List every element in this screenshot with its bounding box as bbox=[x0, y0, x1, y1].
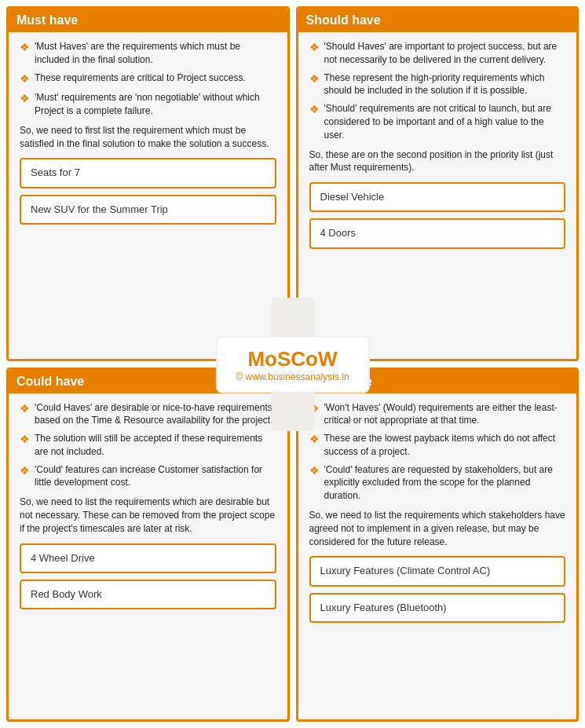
could-bullet-3-text: 'Could' features can increase Customer s… bbox=[35, 463, 276, 490]
must-bullet-2: ❖ These requirements are critical to Pro… bbox=[20, 71, 276, 87]
could-item-1: 4 Wheel Drive bbox=[20, 543, 276, 573]
must-item-1: Seats for 7 bbox=[20, 158, 276, 188]
diamond-icon-7: ❖ bbox=[20, 401, 30, 417]
should-have-header: Should have bbox=[298, 9, 577, 32]
must-bullet-3: ❖ 'Must' requirements are 'non negotiabl… bbox=[20, 91, 276, 118]
wont-item-2: Luxury Features (Bluetooth) bbox=[309, 593, 566, 623]
diamond-icon-1: ❖ bbox=[20, 40, 30, 56]
diamond-icon-6: ❖ bbox=[309, 102, 320, 118]
diamond-icon-5: ❖ bbox=[309, 71, 320, 87]
moscow-title: MoSCoW bbox=[236, 346, 349, 371]
diamond-icon-3: ❖ bbox=[20, 91, 30, 107]
wont-bullet-3: ❖ 'Could' features are requested by stak… bbox=[309, 463, 566, 503]
should-item-1: Diesel Vehicle bbox=[309, 182, 566, 212]
could-bullet-1-text: 'Could Haves' are desirable or nice-to-h… bbox=[35, 401, 276, 428]
wont-bullet-3-text: 'Could' features are requested by stakeh… bbox=[324, 463, 566, 503]
moscow-container: Must have ❖ 'Must Haves' are the require… bbox=[0, 0, 585, 728]
wont-item-1: Luxury Features (Climate Control AC) bbox=[309, 556, 566, 586]
diamond-icon-8: ❖ bbox=[20, 432, 30, 448]
could-have-body: ❖ 'Could Haves' are desirable or nice-to… bbox=[20, 401, 276, 610]
must-bullet-1: ❖ 'Must Haves' are the requirements whic… bbox=[20, 40, 276, 67]
should-bullet-3-text: 'Should' requirements are not critical t… bbox=[324, 102, 566, 141]
should-bullet-3: ❖ 'Should' requirements are not critical… bbox=[309, 102, 566, 141]
should-bullet-1-text: 'Should Haves' are important to project … bbox=[324, 40, 566, 67]
center-label-area: MoSCoW © www.businessanalysis.in bbox=[215, 335, 369, 393]
diamond-icon-2: ❖ bbox=[20, 71, 30, 87]
diamond-icon-12: ❖ bbox=[309, 463, 320, 479]
moscow-subtitle: © www.businessanalysis.in bbox=[236, 371, 349, 382]
could-bullet-3: ❖ 'Could' features can increase Customer… bbox=[20, 463, 276, 490]
could-summary: So, we need to list the requirements whi… bbox=[20, 496, 276, 535]
must-summary: So, we need to first list the requiremen… bbox=[20, 124, 276, 151]
diamond-icon-9: ❖ bbox=[20, 463, 30, 479]
should-bullet-2: ❖ These represent the high-priority requ… bbox=[309, 71, 566, 98]
wont-bullet-1: ❖ 'Won't Haves' (Would) requirements are… bbox=[309, 401, 566, 428]
wont-bullet-2-text: These are the lowest payback items which… bbox=[324, 432, 566, 459]
wont-bullet-1-text: 'Won't Haves' (Would) requirements are e… bbox=[324, 401, 566, 428]
wont-summary: So, we need to list the requirements whi… bbox=[309, 509, 566, 548]
should-have-body: ❖ 'Should Haves' are important to projec… bbox=[309, 40, 566, 249]
quadrant-should-have: Should have ❖ 'Should Haves' are importa… bbox=[296, 6, 580, 361]
could-bullet-2: ❖ The solution will still be accepted if… bbox=[20, 432, 276, 459]
must-bullet-3-text: 'Must' requirements are 'non negotiable'… bbox=[35, 91, 276, 118]
quadrant-must-have: Must have ❖ 'Must Haves' are the require… bbox=[6, 6, 290, 361]
quadrant-wont-have: Won't have ❖ 'Won't Haves' (Would) requi… bbox=[296, 368, 580, 723]
diamond-icon-11: ❖ bbox=[309, 432, 320, 448]
must-have-body: ❖ 'Must Haves' are the requirements whic… bbox=[20, 40, 276, 225]
must-item-2: New SUV for the Summer Trip bbox=[20, 195, 276, 225]
diamond-icon-4: ❖ bbox=[309, 40, 320, 56]
wont-bullet-2: ❖ These are the lowest payback items whi… bbox=[309, 432, 566, 459]
must-bullet-2-text: These requirements are critical to Proje… bbox=[35, 71, 246, 85]
could-bullet-2-text: The solution will still be accepted if t… bbox=[35, 432, 276, 459]
quadrant-could-have: Could have ❖ 'Could Haves' are desirable… bbox=[6, 368, 290, 723]
could-item-2: Red Body Work bbox=[20, 580, 276, 609]
should-summary: So, these are on the second position in … bbox=[309, 148, 566, 175]
should-item-2: 4 Doors bbox=[309, 218, 566, 248]
could-bullet-1: ❖ 'Could Haves' are desirable or nice-to… bbox=[20, 401, 276, 428]
must-have-header: Must have bbox=[9, 9, 287, 32]
should-bullet-2-text: These represent the high-priority requir… bbox=[324, 71, 566, 98]
should-bullet-1: ❖ 'Should Haves' are important to projec… bbox=[309, 40, 566, 67]
wont-have-body: ❖ 'Won't Haves' (Would) requirements are… bbox=[309, 401, 566, 623]
moscow-label-box: MoSCoW © www.businessanalysis.in bbox=[215, 335, 369, 393]
must-bullet-1-text: 'Must Haves' are the requirements which … bbox=[35, 40, 276, 67]
